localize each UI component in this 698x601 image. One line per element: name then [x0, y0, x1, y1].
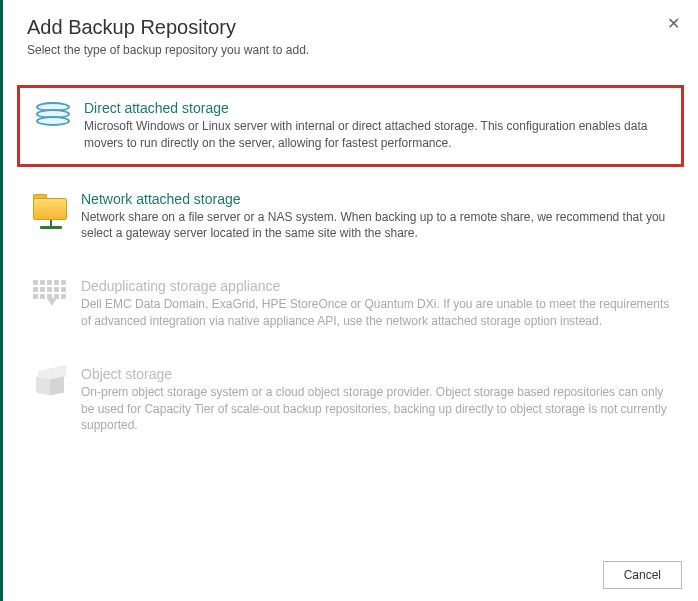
option-content: Direct attached storage Microsoft Window… [76, 100, 669, 152]
option-object-storage: Object storage On-prem object storage sy… [17, 354, 684, 446]
option-desc: Microsoft Windows or Linux server with i… [84, 118, 669, 152]
option-direct-attached[interactable]: Direct attached storage Microsoft Window… [17, 85, 684, 167]
disk-stack-icon [32, 100, 76, 152]
close-button[interactable]: ✕ [663, 10, 684, 37]
option-title[interactable]: Direct attached storage [84, 100, 669, 116]
option-desc: On-prem object storage system or a cloud… [81, 384, 672, 434]
option-content: Deduplicating storage appliance Dell EMC… [73, 278, 672, 330]
dialog-footer: Cancel [603, 561, 682, 589]
option-desc: Network share on a file server or a NAS … [81, 209, 672, 243]
option-title: Deduplicating storage appliance [81, 278, 672, 294]
dedupe-grid-icon [29, 278, 73, 330]
option-content: Network attached storage Network share o… [73, 191, 672, 243]
page-subtitle: Select the type of backup repository you… [27, 43, 674, 57]
option-dedupe: Deduplicating storage appliance Dell EMC… [17, 266, 684, 342]
page-title: Add Backup Repository [27, 16, 674, 39]
option-title: Object storage [81, 366, 672, 382]
close-icon: ✕ [667, 15, 680, 32]
option-desc: Dell EMC Data Domain, ExaGrid, HPE Store… [81, 296, 672, 330]
cancel-button[interactable]: Cancel [603, 561, 682, 589]
option-network-attached[interactable]: Network attached storage Network share o… [17, 179, 684, 255]
cube-icon [29, 366, 73, 434]
dialog-header: ✕ Add Backup Repository Select the type … [3, 0, 698, 65]
option-content: Object storage On-prem object storage sy… [73, 366, 672, 434]
option-title[interactable]: Network attached storage [81, 191, 672, 207]
network-folder-icon [29, 191, 73, 243]
options-list: Direct attached storage Microsoft Window… [3, 65, 698, 446]
